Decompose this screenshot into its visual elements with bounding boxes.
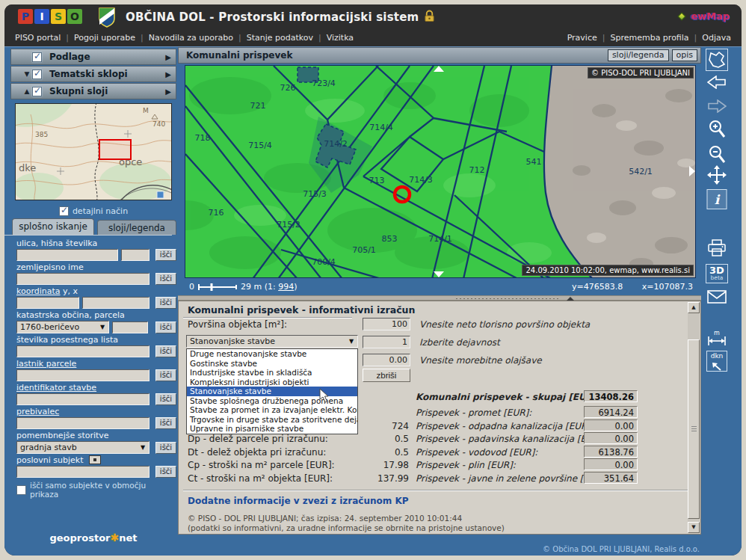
detail-mode-checkbox[interactable] [59, 206, 69, 216]
menu-item[interactable]: PISO portal [15, 33, 74, 43]
parcel-label: 715/2 [277, 220, 300, 230]
info-tool-button[interactable]: i [707, 189, 727, 209]
pan-button[interactable] [707, 165, 727, 188]
parcel-number-input[interactable] [112, 321, 148, 333]
search-button[interactable]: išči [155, 249, 176, 261]
menu-item[interactable]: Pravice [567, 33, 611, 43]
dropdown-option[interactable]: Upravne in pisarniške stavbe [187, 424, 357, 434]
area-label: Površina objekta [m²]: [188, 319, 287, 330]
business-subject-input[interactable] [16, 466, 149, 478]
calc-left-row: Cp - stroški na m² parcele [EUR]:17.98 [179, 460, 414, 472]
menu-item[interactable]: Sprememba profila [610, 33, 702, 43]
subject-area-checkbox[interactable] [16, 485, 26, 495]
search-button[interactable]: išči [155, 417, 176, 429]
identifikator-stavbe-link[interactable]: identifikator stavbe [16, 383, 96, 393]
scale-row: 0 29 m (1: 994) y=476583.8 x=107087.3 [185, 280, 696, 294]
prebivalec-link[interactable]: prebivalec [16, 407, 59, 416]
dropdown-option[interactable]: Trgovske in druge stavbe za storitvene d… [187, 415, 357, 425]
splitter-grip[interactable] [454, 298, 559, 300]
collapse-state-icon[interactable]: ▲ [22, 87, 32, 95]
search-button[interactable]: išči [155, 466, 176, 478]
dropdown-option[interactable]: Druge nestanovanjske stavbe [187, 349, 357, 359]
dkn-button[interactable]: dkn [706, 351, 727, 372]
menu-item[interactable]: Vizitka [327, 33, 354, 43]
subject-area-label: išči samo subjekte v območju prikaza [30, 481, 176, 499]
house-number-input[interactable] [121, 249, 149, 261]
discount-input[interactable] [363, 354, 410, 366]
dropdown-option[interactable]: Gostinske stavbe [187, 359, 357, 369]
menu-item[interactable]: Navodila za uporabo [149, 33, 247, 43]
chevron-right-icon[interactable] [165, 87, 171, 96]
activity-select[interactable]: Stanovanjske stavbe▼ [186, 335, 358, 348]
coordinate-y-input[interactable] [16, 297, 79, 309]
back-arrow-icon [707, 76, 727, 89]
search-button[interactable]: išči [155, 369, 176, 381]
zoom-in-button[interactable] [707, 119, 727, 143]
layer-checkbox[interactable] [32, 70, 42, 79]
print-button[interactable] [706, 239, 727, 261]
menu-item[interactable]: Odjava [702, 33, 731, 43]
clear-button[interactable]: zbriši [363, 369, 410, 382]
coordinate-x-input[interactable] [82, 297, 149, 309]
collapse-state-icon[interactable]: ▼ [22, 70, 32, 78]
menu-item[interactable]: Pogoji uporabe [74, 33, 149, 43]
pan-down-arrow[interactable] [434, 271, 444, 277]
tab-splosno-iskanje[interactable]: splošno iskanje [12, 218, 94, 235]
menu-left: PISO portalPogoji uporabeNavodila za upo… [15, 33, 354, 43]
opis-button[interactable]: opis [672, 49, 698, 61]
street-input[interactable] [16, 249, 118, 261]
map-viewport[interactable]: © PISO-DOL PRI LJUBLJANI 24.09.2010 10:0… [185, 65, 696, 278]
resident-input[interactable] [16, 417, 149, 429]
threeD-button[interactable]: 3D beta [706, 264, 728, 283]
scale-denominator-link[interactable]: 994 [278, 282, 294, 292]
dkn-label: dkn [707, 352, 727, 360]
full-extent-button[interactable] [706, 49, 728, 71]
area-input[interactable] [363, 318, 410, 330]
footer-copyright: © Občina DOL PRI LJUBLJANI, Realis d.o.o… [543, 545, 700, 553]
parcel-owner-input[interactable] [16, 369, 149, 381]
chevron-right-icon[interactable] [165, 53, 171, 61]
back-button[interactable] [707, 76, 727, 92]
lastnik-parcele-link[interactable]: lastnik parcele [16, 359, 76, 369]
chevron-right-icon[interactable] [165, 70, 171, 79]
dropdown-option[interactable]: Kompleksni industrijski objekti [187, 378, 357, 387]
subject-info-icon[interactable] [89, 455, 101, 464]
panel-splitter[interactable] [178, 295, 701, 301]
layer-checkbox[interactable] [32, 52, 42, 62]
search-button[interactable]: išči [155, 442, 176, 454]
activity-factor-input[interactable] [363, 336, 410, 348]
forward-arrow-icon [707, 99, 727, 113]
forward-button[interactable] [707, 99, 727, 116]
measure-button[interactable]: m [707, 330, 727, 349]
sloji-legenda-button[interactable]: sloji/legenda [608, 49, 669, 61]
accordion-podlage[interactable]: Podlage [10, 49, 176, 65]
search-button[interactable]: išči [155, 273, 176, 285]
pan-right-arrow[interactable] [689, 166, 695, 176]
layer-checkbox[interactable] [32, 87, 42, 96]
building-id-input[interactable] [16, 393, 149, 405]
search-button[interactable]: išči [155, 393, 176, 405]
koordinata-link[interactable]: koordinata [16, 286, 61, 296]
accordion-skupni-sloji[interactable]: ▲ Skupni sloji [10, 83, 176, 99]
dropdown-option[interactable]: Industrijske stavbe in skladišča [187, 368, 357, 378]
search-button[interactable]: išči [155, 321, 176, 333]
parcel-label: 714/2 [324, 139, 348, 149]
mail-button[interactable] [706, 289, 727, 307]
search-button[interactable]: išči [155, 345, 176, 357]
overview-map[interactable]: 385 740 M dke opce [15, 103, 172, 200]
pan-up-arrow[interactable] [434, 66, 444, 72]
more-info-link[interactable]: Dodatne informacije v zvezi z izračunom … [188, 496, 409, 506]
dropdown-option[interactable]: Stanovanjske stavbe [187, 387, 357, 396]
geographic-name-input[interactable] [16, 273, 149, 285]
menu-item[interactable]: Stanje podatkov [247, 33, 327, 43]
dropdown-option[interactable]: Stavbe splošnega družbenega pomena [187, 396, 357, 406]
services-select[interactable]: gradnja stavb▼ [16, 441, 149, 454]
possession-sheet-input[interactable] [16, 345, 149, 357]
tab-sloji-legenda[interactable]: sloji/legenda [97, 220, 176, 235]
dropdown-option[interactable]: Stavbe za promet in za izvajanje elektr.… [187, 405, 357, 415]
cadastral-municipality-select[interactable]: 1760-beričevo▼ [16, 321, 109, 333]
scale-bar[interactable] [198, 283, 237, 291]
search-button[interactable]: išči [155, 297, 176, 309]
cadastral-map [185, 66, 696, 278]
accordion-tematski-sklopi[interactable]: ▼ Tematski sklopi [10, 66, 176, 82]
